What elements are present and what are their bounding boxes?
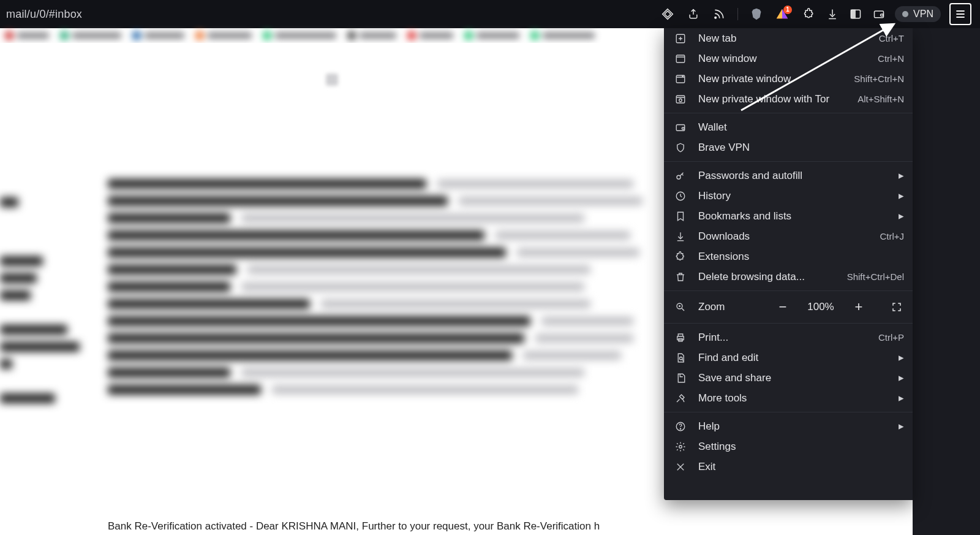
menu-new-window[interactable]: New window Ctrl+N (664, 48, 913, 69)
menu-item-label: Bookmarks and lists (698, 210, 899, 222)
menu-passwords[interactable]: Passwords and autofill ▸ (664, 165, 913, 186)
menu-new-private-tor[interactable]: New private window with Tor Alt+Shift+N (664, 89, 913, 109)
toolbar-icon-group-left: 1 (660, 7, 790, 21)
menu-item-accel: Ctrl+T (879, 33, 904, 44)
menu-separator (664, 290, 913, 291)
extensions-puzzle-icon[interactable] (802, 7, 816, 21)
close-icon (674, 460, 687, 474)
menu-item-label: Exit (698, 461, 904, 473)
menu-item-label: New window (698, 53, 878, 65)
menu-separator (664, 113, 913, 113)
new-tab-icon (674, 32, 687, 45)
menu-settings[interactable]: Settings (664, 436, 913, 457)
menu-exit[interactable]: Exit (664, 457, 913, 477)
download-icon[interactable] (825, 7, 840, 21)
menu-item-label: Passwords and autofill (698, 170, 899, 182)
vpn-button[interactable]: VPN (895, 6, 941, 22)
svg-point-22 (679, 445, 682, 448)
document-search-icon (674, 351, 687, 365)
zoom-out-button[interactable]: − (774, 298, 791, 316)
visible-email-preview: Bank Re-Verification activated - Dear KR… (108, 520, 600, 533)
menu-history[interactable]: History ▸ (664, 186, 913, 206)
brave-badge-count: 1 (783, 6, 792, 14)
menu-item-label: Delete browsing data... (698, 271, 847, 283)
svg-point-10 (682, 75, 684, 77)
menu-downloads[interactable]: Downloads Ctrl+J (664, 226, 913, 246)
app-menu-button[interactable] (949, 3, 971, 25)
menu-brave-vpn[interactable]: Brave VPN (664, 137, 913, 157)
zoom-icon (674, 300, 687, 314)
tor-window-icon (674, 93, 687, 106)
menu-item-accel: Ctrl+J (880, 231, 904, 241)
svg-rect-8 (676, 55, 685, 63)
vpn-label: VPN (913, 9, 933, 20)
menu-item-accel: Shift+Ctrl+N (854, 74, 904, 84)
bookmarks-bar (0, 28, 664, 43)
svg-marker-3 (777, 9, 782, 19)
vpn-shield-icon (674, 141, 687, 154)
menu-item-label: Wallet (698, 121, 904, 134)
new-window-icon (674, 52, 687, 66)
tools-icon (674, 392, 687, 405)
menu-separator (664, 323, 913, 324)
menu-separator (664, 412, 913, 412)
gear-icon (674, 440, 687, 453)
menu-item-label: New private window with Tor (698, 93, 858, 105)
menu-item-label: Find and edit (698, 352, 899, 364)
browser-toolbar: mail/u/0/#inbox 1 (0, 0, 980, 28)
menu-extensions[interactable]: Extensions (664, 246, 913, 267)
menu-delete-browsing-data[interactable]: Delete browsing data... Shift+Ctrl+Del (664, 267, 913, 287)
menu-item-label: Zoom (698, 301, 767, 313)
share-icon[interactable] (686, 7, 701, 21)
key-icon (674, 169, 687, 183)
extensions-icon (674, 250, 687, 264)
menu-item-label: Help (698, 420, 899, 433)
chevron-right-icon: ▸ (899, 371, 904, 384)
svg-point-14 (677, 175, 680, 179)
menu-more-tools[interactable]: More tools ▸ (664, 388, 913, 408)
menu-item-label: Save and share (698, 372, 899, 384)
brave-shield-icon[interactable] (749, 7, 764, 21)
zoom-in-button[interactable]: + (850, 298, 867, 316)
menu-item-label: New tab (698, 32, 879, 45)
url-fragment[interactable]: mail/u/0/#inbox (5, 4, 82, 24)
svg-rect-5 (851, 10, 856, 18)
menu-item-label: Extensions (698, 251, 904, 263)
menu-bookmarks[interactable]: Bookmarks and lists ▸ (664, 206, 913, 226)
menu-new-private-window[interactable]: New private window Shift+Ctrl+N (664, 69, 913, 89)
chevron-right-icon: ▸ (899, 392, 904, 404)
history-icon (674, 189, 687, 203)
bookmark-icon (674, 210, 687, 223)
rss-icon[interactable] (712, 7, 726, 21)
wallet-icon[interactable] (872, 7, 886, 21)
menu-zoom-row: Zoom − 100% + (664, 295, 913, 319)
diamond-icon[interactable] (660, 7, 675, 21)
fullscreen-button[interactable] (888, 298, 905, 316)
menu-item-label: History (698, 190, 899, 202)
menu-item-accel: Ctrl+P (878, 332, 904, 343)
zoom-value: 100% (804, 301, 838, 313)
brave-rewards-icon[interactable]: 1 (775, 7, 790, 21)
save-share-icon (674, 371, 687, 385)
menu-new-tab[interactable]: New tab Ctrl+T (664, 28, 913, 48)
menu-item-accel: Ctrl+N (878, 53, 904, 64)
toolbar-divider (737, 8, 738, 20)
menu-print[interactable]: Print... Ctrl+P (664, 327, 913, 347)
menu-help[interactable]: Help ▸ (664, 416, 913, 436)
svg-point-21 (680, 428, 680, 429)
chevron-right-icon: ▸ (899, 169, 904, 182)
menu-item-accel: Alt+Shift+N (858, 94, 904, 104)
menu-wallet[interactable]: Wallet (664, 117, 913, 137)
help-icon (674, 420, 687, 433)
sidebar-panel-icon[interactable] (848, 7, 863, 21)
vpn-status-dot (902, 11, 908, 17)
url-text: mail/u/0/#inbox (6, 8, 82, 21)
download-icon (674, 230, 687, 243)
menu-find-edit[interactable]: Find and edit ▸ (664, 347, 913, 368)
menu-save-share[interactable]: Save and share ▸ (664, 368, 913, 388)
print-icon (674, 331, 687, 344)
menu-item-label: Settings (698, 441, 904, 453)
svg-point-0 (715, 17, 717, 19)
menu-item-label: Brave VPN (698, 142, 904, 154)
wallet-icon (674, 121, 687, 134)
